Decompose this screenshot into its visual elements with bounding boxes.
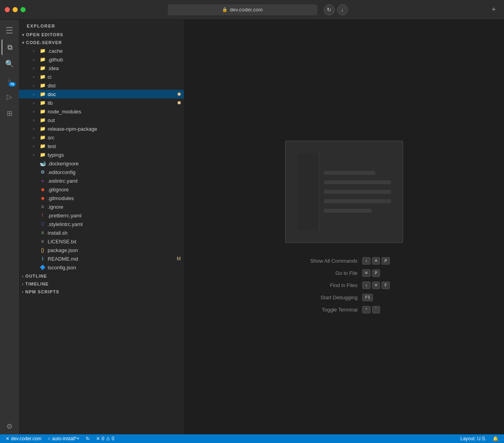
tree-item-release-npm-package[interactable]: › 📁 release-npm-package	[19, 124, 184, 133]
key: F5	[362, 294, 373, 301]
key: ⇧	[362, 257, 371, 265]
tree-item-cache[interactable]: › 📁 .cache	[19, 46, 184, 55]
maximize-button[interactable]	[20, 7, 26, 12]
tree-item-package-json[interactable]: › {} package.json	[19, 246, 184, 254]
chevron-right-icon: ›	[33, 153, 38, 157]
tree-item-stylelintrc[interactable]: › ▽ .stylelintrc.yaml	[19, 220, 184, 228]
item-label: typings	[48, 152, 184, 158]
download-button[interactable]: ↓	[337, 4, 348, 15]
item-label: install.sh	[48, 230, 184, 236]
status-layout[interactable]: Layout: U.S.	[458, 434, 489, 443]
tree-item-ci[interactable]: › 📁 ci	[19, 72, 184, 81]
status-errors[interactable]: ✕ 0 ⚠ 0	[94, 434, 117, 443]
info-icon: ℹ	[39, 256, 46, 262]
new-tab-button[interactable]: +	[488, 4, 499, 15]
app: ☰ ⧉ 🔍 ⑃ 75 ▷ ⊞ ⚙ EXPLORER ▾ OPEN EDI	[0, 20, 504, 434]
outline-label: OUTLINE	[25, 274, 47, 278]
folder-icon: 📁	[39, 108, 46, 115]
url-text: dev.coder.com	[230, 7, 263, 13]
shell-icon: ≡	[39, 230, 46, 236]
key: F	[382, 282, 390, 289]
shortcut-row: Find in Files ⇧ ⌘ F	[298, 282, 390, 289]
status-sync[interactable]: ↻	[83, 434, 92, 443]
status-remote[interactable]: ✕ dev.coder.com	[3, 434, 44, 443]
warnings-count: 0	[112, 436, 115, 441]
tree-item-eslintrc[interactable]: › ● .eslintrc.yaml	[19, 176, 184, 185]
minimize-button[interactable]	[13, 7, 18, 12]
tree-item-tsconfig[interactable]: › 🔷 tsconfig.json	[19, 263, 184, 272]
status-bell[interactable]: 🔔	[490, 434, 501, 443]
tree-item-license[interactable]: › ≡ LICENSE.txt	[19, 237, 184, 246]
item-label: .prettierrc.yaml	[48, 213, 184, 219]
welcome-illustration	[285, 141, 403, 243]
tree-item-src[interactable]: › 📁 src	[19, 133, 184, 142]
tree-item-node-modules[interactable]: › 📁 node_modules	[19, 107, 184, 116]
item-label: .ignore	[48, 204, 184, 210]
tree-item-idea[interactable]: › 📁 .idea	[19, 64, 184, 72]
item-label: .github	[48, 57, 184, 63]
key: `	[372, 306, 380, 313]
chevron-right-icon: ›	[33, 83, 38, 88]
activity-source-control[interactable]: ⑃ 75	[2, 72, 17, 88]
npm-scripts-label: NPM SCRIPTS	[25, 289, 59, 294]
address-bar[interactable]: 🔒 dev.coder.com	[168, 4, 317, 15]
illus-bar	[324, 180, 391, 184]
illus-bar	[324, 199, 391, 203]
section-outline[interactable]: › OUTLINE	[19, 272, 184, 280]
tree-item-install-sh[interactable]: › ≡ install.sh	[19, 228, 184, 237]
tree-item-prettierrc[interactable]: › ! .prettierrc.yaml	[19, 211, 184, 220]
tree-item-test[interactable]: › 📁 test	[19, 142, 184, 150]
folder-icon: 📁	[39, 143, 46, 149]
tree-item-typings[interactable]: › 📁 typings	[19, 150, 184, 159]
tree-item-gitmodules[interactable]: › ◆ .gitmodules	[19, 194, 184, 202]
chevron-right-icon: ›	[33, 109, 38, 114]
reload-button[interactable]: ↻	[324, 4, 335, 15]
menu-icon: ☰	[6, 26, 13, 36]
tree-item-dist[interactable]: › 📁 dist	[19, 81, 184, 90]
git-icon: ◆	[39, 195, 46, 201]
activity-extensions[interactable]: ⊞	[2, 106, 17, 121]
tree-item-ignore[interactable]: › ≡ .ignore	[19, 202, 184, 211]
tree-item-gitignore[interactable]: › ◆ .gitignore	[19, 185, 184, 194]
item-label: .gitmodules	[48, 195, 184, 201]
tree-item-dockerignore[interactable]: › 🐋 .dockerignore	[19, 159, 184, 168]
activity-search[interactable]: 🔍	[2, 56, 17, 72]
close-button[interactable]	[5, 7, 10, 12]
chevron-right-icon: ›	[33, 135, 38, 140]
bell-icon: 🔔	[493, 436, 498, 441]
activity-run[interactable]: ▷	[2, 89, 17, 105]
tree-item-editorconfig[interactable]: › ⚙ .editorconfig	[19, 168, 184, 176]
shortcut-row: Go to File ⌘ P	[298, 269, 390, 277]
open-editors-label: OPEN EDITORS	[26, 32, 63, 37]
warning-icon: ⚠	[106, 436, 110, 441]
shortcut-row: Toggle Terminal ⌃ `	[298, 306, 390, 313]
eslint-icon: ●	[39, 178, 46, 184]
item-label: .eslintrc.yaml	[48, 178, 184, 184]
section-open-editors[interactable]: ▾ OPEN EDITORS	[19, 31, 184, 39]
section-timeline[interactable]: › TIMELINE	[19, 280, 184, 288]
chevron-right-icon: ›	[33, 49, 38, 53]
bottom-sections: › OUTLINE › TIMELINE › NPM SCRIPTS	[19, 272, 184, 296]
sync-icon: ↻	[86, 436, 90, 441]
status-branch[interactable]: ⑃ auto-install*+	[45, 434, 82, 443]
tree-item-github[interactable]: › 📁 .github	[19, 55, 184, 64]
folder-icon: 📁	[39, 134, 46, 141]
welcome-panel: Show All Commands ⇧ ⌘ P Go to File ⌘ P	[285, 141, 403, 313]
section-npm-scripts[interactable]: › NPM SCRIPTS	[19, 288, 184, 296]
tree-item-doc[interactable]: › 📁 doc	[19, 90, 184, 98]
activity-explorer[interactable]: ⧉	[2, 39, 17, 55]
section-code-server[interactable]: ▾ CODE-SERVER	[19, 39, 184, 46]
sidebar-header: EXPLORER	[19, 20, 184, 31]
chevron-right-icon: ›	[33, 118, 38, 122]
activity-menu[interactable]: ☰	[2, 23, 17, 39]
activity-bar: ☰ ⧉ 🔍 ⑃ 75 ▷ ⊞ ⚙	[0, 20, 19, 434]
shortcut-label: Find in Files	[298, 282, 358, 288]
tree-item-readme[interactable]: › ℹ README.md M	[19, 254, 184, 263]
git-icon: ◆	[39, 186, 46, 193]
chevron-right-icon: ›	[22, 290, 24, 294]
illus-bar	[324, 171, 375, 175]
activity-settings[interactable]: ⚙	[2, 419, 17, 434]
chevron-right-icon: ›	[22, 282, 24, 286]
tree-item-lib[interactable]: › 📁 lib	[19, 98, 184, 107]
tree-item-out[interactable]: › 📁 out	[19, 116, 184, 124]
